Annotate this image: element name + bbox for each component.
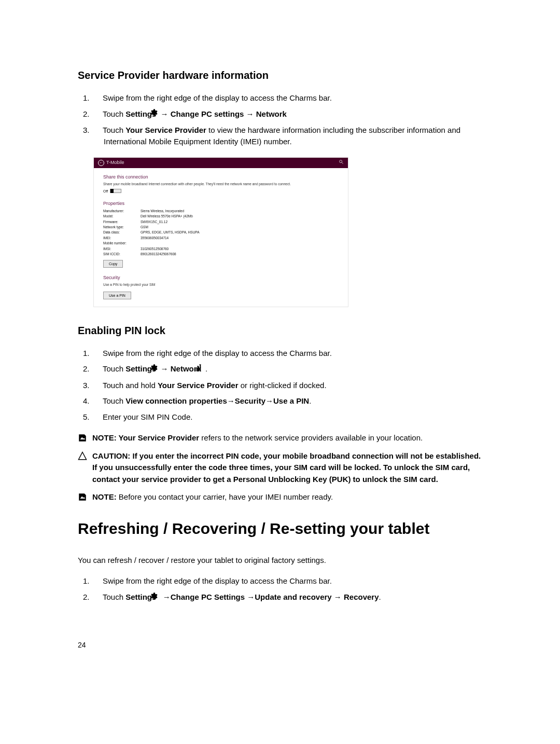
step-text: Swipe from the right edge of the display… — [103, 576, 332, 585]
prop-key: IMSI: — [103, 247, 135, 251]
svg-point-0 — [340, 160, 342, 163]
note-text: NOTE: Before you contact your carrier, h… — [92, 491, 482, 503]
path-label: View connection properties→Security→Use … — [125, 396, 309, 405]
arrow-text: → — [244, 109, 256, 118]
step-text: Swipe from the right edge of the display… — [103, 349, 332, 357]
note-body: refers to the network service providers … — [199, 433, 423, 442]
step-number: 1. — [93, 92, 103, 104]
step-number: 2. — [93, 108, 103, 120]
section-heading-refresh: Refreshing / Recovering / Re-setting you… — [78, 517, 482, 540]
prop-key: SIM ICCID: — [103, 252, 135, 256]
screenshot-titlebar: ← T-Mobile — [94, 158, 348, 168]
tmobile-screenshot: ← T-Mobile Share this connection Share y… — [93, 157, 348, 307]
steps-list-refresh: 1.Swipe from the right edge of the displ… — [93, 575, 482, 603]
step-number: 1. — [93, 348, 103, 360]
step-item: 5.Enter your SIM PIN Code. — [93, 411, 482, 423]
note-block: NOTE: Your Service Provider refers to th… — [78, 432, 482, 444]
step-number: 2. — [93, 591, 103, 603]
step-number: 4. — [93, 395, 103, 407]
period: . — [205, 364, 207, 373]
step-number: 2. — [93, 363, 103, 375]
step-text: Enter your SIM PIN Code. — [103, 412, 192, 421]
arrow-text: → — [332, 593, 344, 601]
prop-key: Data class: — [103, 230, 135, 235]
share-heading: Share this connection — [103, 174, 339, 181]
recovery-label: Recovery — [344, 593, 379, 601]
prop-key: IMEI: — [103, 236, 135, 240]
step-item: 2.Touch Settings → Change PC settings → … — [93, 108, 482, 120]
step-text: Touch — [103, 364, 125, 373]
step-number: 1. — [93, 575, 103, 587]
property-row: IMEI:355606050034714 — [103, 236, 339, 240]
step-item: 1.Swipe from the right edge of the displ… — [93, 348, 482, 360]
share-toggle[interactable] — [110, 189, 121, 193]
svg-line-1 — [342, 162, 343, 164]
steps-list-provider: 1.Swipe from the right edge of the displ… — [93, 92, 482, 148]
svg-rect-5 — [200, 365, 201, 371]
prop-val: 8901260132425067608 — [141, 252, 176, 256]
note-body: Before you contact your carrier, have yo… — [117, 492, 333, 501]
note-label: NOTE: — [92, 433, 119, 442]
section-heading-provider: Service Provider hardware information — [78, 67, 482, 83]
note-label: NOTE: — [92, 492, 117, 501]
arrow-text: → — [161, 364, 171, 373]
step-text: Touch — [103, 126, 125, 134]
prop-val: Sierra Wireless, Incorporated — [141, 209, 184, 213]
prop-val: 355606050034714 — [141, 236, 169, 240]
step-item: 2.Touch Settings →Change PC Settings →Up… — [93, 591, 482, 603]
step-text: Touch — [103, 593, 125, 601]
change-pc-label: Change PC settings — [171, 109, 244, 118]
caution-block: CAUTION: If you enter the incorrect PIN … — [78, 450, 482, 486]
period: . — [309, 396, 311, 405]
change-pc-label: Change PC Settings — [171, 593, 245, 601]
step-text: Touch — [103, 396, 125, 405]
prop-val: GSM — [141, 225, 148, 229]
page-number: 24 — [78, 640, 482, 651]
caution-text: CAUTION: If you enter the incorrect PIN … — [92, 450, 482, 486]
arrow-text: → — [245, 593, 255, 601]
period: . — [379, 593, 381, 601]
step-item: 3.Touch and hold Your Service Provider o… — [93, 380, 482, 392]
provider-label: Your Service Provider — [119, 433, 200, 442]
svg-rect-3 — [197, 368, 198, 371]
share-description: Share your mobile broadband Internet con… — [103, 182, 339, 186]
note-text: NOTE: Your Service Provider refers to th… — [92, 432, 482, 444]
caution-icon — [78, 451, 87, 461]
steps-list-pinlock: 1.Swipe from the right edge of the displ… — [93, 348, 482, 423]
update-recovery-label: Update and recovery — [255, 593, 331, 601]
property-row: Firmware:SWI9X15C_01.12 — [103, 220, 339, 224]
properties-heading: Properties — [103, 201, 339, 207]
security-heading: Security — [103, 275, 339, 281]
note-icon — [78, 492, 87, 502]
svg-rect-4 — [198, 367, 199, 371]
screenshot-title: T-Mobile — [106, 160, 124, 166]
use-pin-button[interactable]: Use a PIN — [103, 292, 131, 299]
step-item: 1.Swipe from the right edge of the displ… — [93, 575, 482, 587]
copy-button[interactable]: Copy — [103, 260, 123, 268]
step-item: 2.Touch Settings → Network . — [93, 363, 482, 375]
step-text: or right-clicked if docked. — [239, 381, 327, 390]
svg-rect-2 — [194, 369, 195, 371]
step-number: 3. — [93, 380, 103, 392]
back-icon[interactable]: ← — [98, 160, 104, 166]
intro-text: You can refresh / recover / restore your… — [78, 555, 482, 567]
prop-val: SWI9X15C_01.12 — [141, 220, 167, 224]
step-item: 4.Touch View connection properties→Secur… — [93, 395, 482, 407]
prop-key: Model: — [103, 214, 135, 218]
prop-key: Network type: — [103, 225, 135, 229]
note-block: NOTE: Before you contact your carrier, h… — [78, 491, 482, 503]
section-heading-pinlock: Enabling PIN lock — [78, 323, 482, 338]
property-row: Model:Dell Wireless 5570e HSPA+ (42Mb — [103, 214, 339, 218]
property-row: IMSI:310260512508760 — [103, 247, 339, 251]
property-row: SIM ICCID:8901260132425067608 — [103, 252, 339, 256]
prop-val: Dell Wireless 5570e HSPA+ (42Mb — [141, 214, 193, 218]
prop-key: Firmware: — [103, 220, 135, 224]
prop-val: GPRS, EDGE, UMTS, HSDPA, HSUPA — [141, 230, 200, 235]
prop-val: 310260512508760 — [141, 247, 169, 251]
search-icon[interactable] — [339, 159, 344, 167]
note-icon — [78, 433, 87, 443]
step-text: Touch and hold — [103, 381, 158, 390]
arrow-text: → — [161, 109, 171, 118]
provider-label: Your Service Provider — [158, 381, 239, 390]
arrow-text: → — [161, 593, 171, 601]
